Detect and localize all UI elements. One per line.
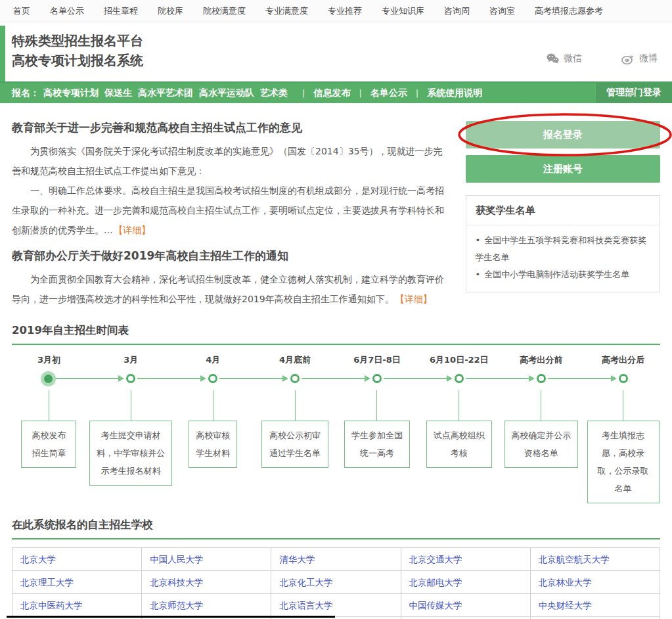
- school-cell: 北京航空航天大学: [530, 548, 660, 571]
- register-button[interactable]: 注册账号: [466, 155, 660, 183]
- sidebar: 报名登录 注册账号 获奖学生名单 •全国中学生五项学科竞赛和科技类竞赛获奖学生名…: [466, 116, 660, 309]
- weibo-icon: [621, 53, 635, 64]
- school-cell: 北京语言大学: [271, 594, 401, 617]
- main-nav: 报名： 高校专项计划保送生高水平艺术团高水平运动队艺术类 |信息发布|名单公示|…: [0, 81, 672, 103]
- award-list-item[interactable]: •全国中小学电脑制作活动获奖学生名单: [476, 266, 650, 283]
- school-link[interactable]: 清华大学: [279, 554, 315, 564]
- nav-category-link[interactable]: 高水平艺术团: [138, 87, 193, 99]
- detail-link[interactable]: 【详细】: [395, 294, 432, 304]
- timeline-step: 6月10日-22日试点高校组织考核: [418, 354, 500, 503]
- nav-category-link[interactable]: 艺术类: [260, 87, 288, 99]
- timeline-step: 3月初高校发布招生简章: [8, 354, 90, 503]
- nav-link[interactable]: 信息发布: [313, 87, 350, 99]
- school-link[interactable]: 北京林业大学: [539, 577, 592, 587]
- timeline-section: 2019年自主招生时间表 3月初高校发布招生简章3月考生提交申请材料，中学审核并…: [0, 323, 672, 503]
- timeline-node-row: [172, 369, 254, 388]
- schools-table: 北京大学中国人民大学清华大学北京交通大学北京航空航天大学北京理工大学北京科技大学…: [12, 547, 660, 619]
- timeline-title: 2019年自主招生时间表: [12, 323, 660, 338]
- school-cell: 天津大学: [530, 617, 660, 619]
- timeline-step-box: 高校审核学生材料: [189, 421, 237, 468]
- school-link[interactable]: 北京大学: [20, 554, 56, 564]
- nav-links: |信息发布|名单公示|系统使用说明: [294, 87, 482, 99]
- school-link[interactable]: 北京理工大学: [20, 577, 74, 587]
- school-link[interactable]: 中央财经大学: [539, 600, 592, 610]
- timeline-connector-line: [137, 378, 171, 379]
- timeline-arrow-head-icon: [118, 375, 124, 382]
- weibo-link[interactable]: 微博: [621, 53, 658, 64]
- top-nav-item[interactable]: 院校满意度: [203, 5, 246, 17]
- school-link[interactable]: 北京邮电大学: [409, 577, 462, 587]
- timeline-connector-line: [548, 378, 582, 379]
- top-nav-item[interactable]: 咨询室: [489, 5, 515, 17]
- top-nav-item[interactable]: 专业推荐: [328, 5, 362, 17]
- timeline-stem-line: [131, 390, 131, 421]
- timeline-step-box: 考生填报志愿，高校录取，公示录取名单: [587, 421, 660, 503]
- top-nav-item[interactable]: 名单公示: [50, 5, 84, 17]
- nav-separator: |: [359, 88, 361, 98]
- timeline-step: 6月7日-8日学生参加全国统一高考: [336, 354, 418, 503]
- school-cell: 北京林业大学: [530, 571, 660, 594]
- timeline-step-box: 学生参加全国统一高考: [344, 421, 410, 468]
- timeline-node-active: [44, 375, 53, 383]
- school-link[interactable]: 北京化工大学: [279, 577, 332, 587]
- top-nav-item[interactable]: 招生章程: [104, 5, 138, 17]
- top-nav-item[interactable]: 高考填报志愿参考: [535, 5, 603, 17]
- content-row: 教育部关于进一步完善和规范高校自主招生试点工作的意见为贯彻落实《国务院关于深化考…: [0, 103, 672, 309]
- timeline-connector-line: [90, 378, 118, 379]
- top-nav: 首页名单公示招生章程院校库院校满意度专业满意度专业推荐专业知识库咨询周咨询室高考…: [0, 0, 672, 22]
- schools-table-row: 北京理工大学北京科技大学北京化工大学北京邮电大学北京林业大学: [12, 571, 660, 594]
- school-link[interactable]: 中国人民大学: [150, 554, 203, 564]
- article-title[interactable]: 教育部办公厅关于做好2019年高校自主招生工作的通知: [12, 248, 445, 264]
- nav-category-link[interactable]: 保送生: [104, 87, 132, 99]
- news-articles: 教育部关于进一步完善和规范高校自主招生试点工作的意见为贯彻落实《国务院关于深化考…: [12, 116, 445, 309]
- school-link[interactable]: 北京航空航天大学: [539, 554, 610, 564]
- nav-link[interactable]: 名单公示: [370, 87, 407, 99]
- top-nav-item[interactable]: 院校库: [158, 5, 183, 17]
- top-nav-item[interactable]: 首页: [13, 5, 30, 17]
- login-button[interactable]: 报名登录: [466, 121, 660, 149]
- timeline-node: [126, 374, 135, 383]
- timeline-node-row: [582, 369, 664, 388]
- school-cell: 北京邮电大学: [401, 571, 530, 594]
- timeline-connector-line: [384, 378, 418, 379]
- school-link[interactable]: 北京中医药大学: [20, 600, 83, 610]
- schools-section: 在此系统报名的自主招生学校 北京大学中国人民大学清华大学北京交通大学北京航空航天…: [0, 518, 672, 619]
- timeline-stem-line: [459, 390, 459, 421]
- timeline-time-label: 6月7日-8日: [353, 354, 401, 369]
- detail-link[interactable]: 【详细】: [114, 225, 150, 235]
- wechat-link[interactable]: 微信: [547, 53, 582, 64]
- award-list-item[interactable]: •全国中学生五项学科竞赛和科技类竞赛获奖学生名单: [476, 232, 650, 266]
- timeline-step-box: 高校公示初审通过学生名单: [261, 421, 328, 468]
- timeline-node: [372, 374, 382, 383]
- school-link[interactable]: 北京科技大学: [150, 577, 203, 587]
- top-nav-item[interactable]: 咨询周: [444, 5, 470, 17]
- top-nav-item[interactable]: 专业知识库: [382, 5, 424, 17]
- school-link[interactable]: 北京语言大学: [279, 600, 332, 610]
- school-link[interactable]: 北京师范大学: [150, 600, 203, 610]
- school-link[interactable]: 北京交通大学: [409, 554, 462, 564]
- nav-category-link[interactable]: 高水平运动队: [199, 87, 254, 99]
- article-title[interactable]: 教育部关于进一步完善和规范高校自主招生试点工作的意见: [12, 120, 445, 135]
- timeline-arrow-head-icon: [529, 375, 535, 382]
- timeline-stem-line: [295, 390, 296, 421]
- award-box: 获奖学生名单 •全国中学生五项学科竞赛和科技类竞赛获奖学生名单•全国中小学电脑制…: [466, 195, 660, 292]
- award-box-title: 获奖学生名单: [466, 196, 660, 225]
- school-cell: 北京师范大学: [142, 594, 271, 617]
- school-link[interactable]: 中国传媒大学: [409, 600, 462, 610]
- school-cell: 北京化工大学: [271, 571, 401, 594]
- timeline-connector-line: [254, 378, 282, 379]
- timeline-node-row: [418, 369, 500, 388]
- nav-category-link[interactable]: 高校专项计划: [43, 87, 99, 99]
- schools-title: 在此系统报名的自主招生学校: [12, 518, 660, 532]
- timeline-time-label: 3月初: [37, 354, 60, 369]
- admin-login-button[interactable]: 管理部门登录: [596, 81, 672, 103]
- timeline-node-row: [500, 369, 582, 388]
- timeline-connector-line: [418, 378, 446, 379]
- timeline-time-label: 高考出分后: [602, 354, 644, 369]
- timeline-step-box: 高校发布招生简章: [21, 421, 76, 468]
- top-nav-item[interactable]: 专业满意度: [265, 5, 308, 17]
- school-cell: 中央财经大学: [530, 594, 660, 617]
- nav-link[interactable]: 系统使用说明: [427, 87, 482, 99]
- timeline-stem-line: [541, 390, 541, 421]
- timeline-connector-line: [55, 378, 89, 379]
